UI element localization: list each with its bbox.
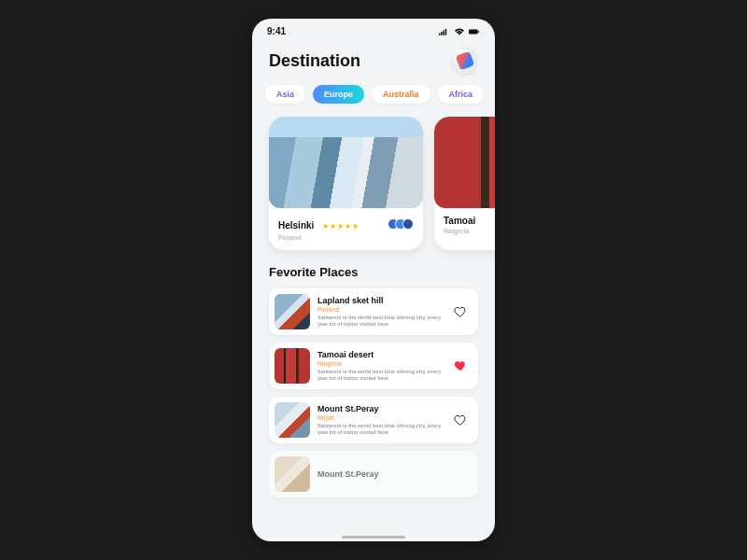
page-title: Destination (269, 51, 360, 71)
battery-icon (469, 27, 480, 36)
tab-europe[interactable]: Europe (313, 85, 364, 104)
svg-rect-2 (444, 30, 445, 35)
heart-icon[interactable] (452, 412, 469, 428)
favorite-desc: Santaroni is the world best blue shining… (317, 315, 444, 329)
svg-rect-3 (445, 29, 447, 35)
home-indicator[interactable] (342, 536, 405, 539)
favorite-name: Mount St.Peray (317, 404, 444, 413)
list-item[interactable]: Mount St.Peray Nepal Santaroni is the wo… (269, 397, 478, 443)
signal-icon (439, 27, 450, 36)
wifi-icon (454, 27, 465, 36)
visitor-avatars (391, 218, 414, 230)
favorite-country: Nalgeria (317, 360, 444, 367)
header: Destination (252, 38, 495, 85)
destination-image (269, 117, 423, 208)
destination-card[interactable]: Tamoai Nalgeria (434, 117, 495, 250)
svg-rect-4 (469, 29, 478, 34)
phone-frame: 9:41 Destination Asia Europe Australia A… (252, 19, 495, 541)
favorite-thumb (275, 456, 310, 492)
destination-country: Nalgeria (444, 228, 495, 234)
favorite-thumb (275, 294, 310, 329)
destination-country: Finland (278, 234, 414, 241)
destination-name: Helsinki (278, 220, 314, 231)
svg-rect-0 (439, 33, 441, 35)
favorite-thumb (275, 348, 310, 384)
favorite-desc: Santaroni is the world best blue shining… (317, 369, 444, 383)
destination-name: Tamoai (444, 216, 475, 226)
favorite-name: Mount St.Peray (317, 469, 469, 479)
tab-asia[interactable]: Asia (265, 85, 305, 104)
favorite-name: Lapland sket hill (317, 296, 444, 305)
tab-australia[interactable]: Australia (372, 85, 430, 104)
heart-icon[interactable] (452, 357, 469, 374)
favorite-country: Nepal (317, 414, 444, 421)
star-rating: ★★★★★ (322, 222, 359, 231)
list-item[interactable]: Mount St.Peray (269, 451, 478, 497)
tab-africa[interactable]: Africa (438, 85, 485, 104)
profile-avatar[interactable] (452, 48, 478, 74)
status-time: 9:41 (267, 26, 286, 36)
region-tabs: Asia Europe Australia Africa (252, 85, 495, 117)
favorite-list[interactable]: Lapland sket hill Finland Santaroni is t… (252, 288, 495, 497)
destination-image (434, 117, 495, 208)
destination-cards[interactable]: Helsinki ★★★★★ Finland Tamoai Nalgeria (252, 117, 495, 263)
favorite-name: Tamoai desert (317, 350, 444, 359)
svg-rect-1 (441, 32, 443, 35)
status-icons (439, 27, 480, 36)
heart-icon[interactable] (452, 303, 469, 320)
favorite-thumb (275, 402, 310, 438)
destination-card[interactable]: Helsinki ★★★★★ Finland (269, 117, 423, 250)
list-item[interactable]: Lapland sket hill Finland Santaroni is t… (269, 288, 478, 335)
list-item[interactable]: Tamoai desert Nalgeria Santaroni is the … (269, 343, 478, 389)
favorite-desc: Santaroni is the world best blue shining… (317, 423, 444, 437)
section-title-favorites: Fevorite Places (252, 263, 495, 288)
favorite-country: Finland (317, 306, 444, 313)
status-bar: 9:41 (252, 19, 495, 38)
svg-rect-5 (478, 30, 479, 32)
